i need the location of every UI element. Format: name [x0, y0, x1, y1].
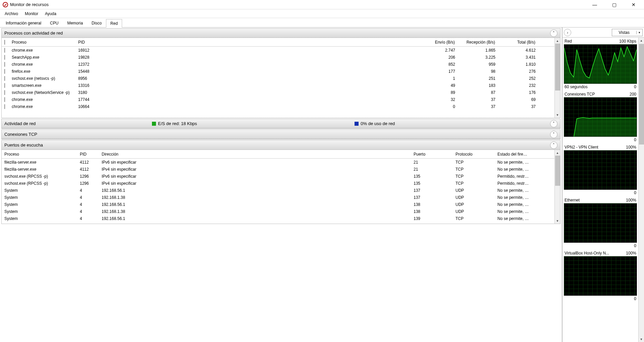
- section-header-puertos[interactable]: Puertos de escucha ˄: [2, 140, 560, 150]
- row-checkbox[interactable]: [4, 90, 5, 95]
- col-envio[interactable]: Envío (B/s): [418, 40, 458, 45]
- row-checkbox[interactable]: [4, 69, 5, 74]
- section-title: Procesos con actividad de red: [4, 31, 115, 36]
- col-puerto[interactable]: Puerto: [411, 152, 453, 157]
- rightpane-scrollbar[interactable]: ▲ ▼: [638, 38, 644, 342]
- scroll-down-icon[interactable]: ▼: [555, 218, 560, 224]
- table-row[interactable]: filezilla-server.exe4112IPv4 sin especif…: [2, 166, 554, 173]
- table-row[interactable]: chrome.exe1066403737: [2, 103, 554, 110]
- collapse-icon[interactable]: ˄: [550, 141, 557, 149]
- scroll-thumb[interactable]: [555, 156, 560, 186]
- table-row[interactable]: chrome.exe169122.7471.8654.612: [2, 47, 554, 54]
- section-header-procesos[interactable]: Procesos con actividad de red ˄: [2, 28, 560, 38]
- scroll-down-icon[interactable]: ▼: [639, 336, 644, 342]
- cell-direccion: 192.168.56.1: [99, 216, 411, 221]
- chart-min: 0: [634, 84, 636, 89]
- col-pid[interactable]: PID: [75, 40, 418, 45]
- menu-ayuda[interactable]: Ayuda: [42, 10, 60, 17]
- scroll-up-icon[interactable]: ▲: [555, 38, 560, 44]
- scroll-thumb[interactable]: [639, 44, 644, 145]
- left-pane: Procesos con actividad de red ˄ Proceso …: [0, 27, 562, 342]
- row-checkbox[interactable]: [4, 55, 5, 60]
- cell-proceso: SearchApp.exe: [9, 55, 75, 60]
- cell-firewall: No se permite, n...: [495, 160, 532, 165]
- table-row[interactable]: System4192.168.56.1137UDPNo se permite, …: [2, 187, 554, 194]
- table-row[interactable]: svchost.exe (RPCSS -p)1296IPv6 sin espec…: [2, 173, 554, 180]
- chart-xlabel: 60 segundos: [565, 84, 588, 89]
- col-total[interactable]: Total (B/s): [498, 40, 538, 45]
- cell-proceso: System: [2, 209, 77, 214]
- table-row[interactable]: svchost.exe (NetworkService -p)318089871…: [2, 89, 554, 96]
- tab-información-general[interactable]: Información general: [1, 19, 46, 27]
- scroll-thumb[interactable]: [555, 44, 560, 91]
- row-checkbox[interactable]: [4, 104, 5, 109]
- section-header-tcp[interactable]: Conexiones TCP ˅: [2, 130, 560, 139]
- table-row[interactable]: chrome.exe123728529591.810: [2, 61, 554, 68]
- scrollbar[interactable]: ▲ ▼: [554, 150, 560, 224]
- table-header[interactable]: Proceso PID Dirección Puerto Protocolo E…: [2, 150, 560, 159]
- collapse-rightpane-icon[interactable]: ›: [564, 29, 571, 36]
- table-row[interactable]: chrome.exe17744323769: [2, 96, 554, 103]
- minimize-button[interactable]: —: [585, 0, 604, 9]
- menu-monitor[interactable]: Monitor: [21, 10, 42, 17]
- cell-pid: 1296: [77, 174, 99, 179]
- row-checkbox[interactable]: [4, 97, 5, 102]
- table-row[interactable]: System4192.168.1.38137UDPNo se permite, …: [2, 194, 554, 201]
- cell-envio: 32: [418, 97, 458, 102]
- col-direccion[interactable]: Dirección: [99, 152, 411, 157]
- select-all-checkbox[interactable]: [4, 40, 5, 45]
- expand-icon[interactable]: ˅: [550, 120, 557, 127]
- table-row[interactable]: svchost.exe (netsvcs -p)89561251252: [2, 75, 554, 82]
- scroll-up-icon[interactable]: ▲: [639, 38, 644, 43]
- right-pane: › Vistas ▾ Red100 Kbps60 segundos0Conexi…: [562, 27, 644, 342]
- section-header-actividad[interactable]: Actividad de red E/S de red: 18 Kbps 0% …: [2, 119, 560, 128]
- cell-pid: 4: [77, 202, 99, 207]
- tab-red[interactable]: Red: [106, 19, 122, 27]
- chart-title: Conexiones TCP: [565, 92, 595, 97]
- views-button[interactable]: Vistas ▾: [612, 29, 643, 36]
- table-header[interactable]: Proceso PID Envío (B/s) Recepción (B/s) …: [2, 38, 560, 47]
- collapse-icon[interactable]: ˄: [550, 30, 557, 37]
- tab-disco[interactable]: Disco: [87, 19, 106, 27]
- table-row[interactable]: firefox.exe1544817798276: [2, 68, 554, 75]
- table-row[interactable]: SearchApp.exe198282063.2253.431: [2, 54, 554, 61]
- row-checkbox[interactable]: [4, 76, 5, 81]
- tab-memoria[interactable]: Memoria: [63, 19, 87, 27]
- cell-pid: 4: [77, 209, 99, 214]
- chart-min: 0: [634, 190, 636, 195]
- scrollbar[interactable]: ▲ ▼: [554, 38, 560, 118]
- table-row[interactable]: smartscreen.exe1331649183232: [2, 82, 554, 89]
- dropdown-icon[interactable]: ▾: [636, 31, 642, 34]
- col-firewall[interactable]: Estado del firewall: [495, 152, 532, 157]
- close-button[interactable]: ✕: [624, 0, 643, 9]
- table-row[interactable]: filezilla-server.exe4112IPv6 sin especif…: [2, 159, 554, 166]
- cell-firewall: No se permite, n...: [495, 216, 532, 221]
- col-pid[interactable]: PID: [77, 152, 99, 157]
- col-recepcion[interactable]: Recepción (B/s): [458, 40, 498, 45]
- section-procesos: Procesos con actividad de red ˄ Proceso …: [1, 28, 560, 118]
- table-row[interactable]: System4192.168.56.1138UDPNo se permite, …: [2, 201, 554, 208]
- cell-proceso: svchost.exe (RPCSS -p): [2, 174, 77, 179]
- cell-puerto: 138: [411, 202, 453, 207]
- table-row[interactable]: svchost.exe (RPCSS -p)1296IPv4 sin espec…: [2, 180, 554, 187]
- menu-archivo[interactable]: Archivo: [1, 10, 21, 17]
- maximize-button[interactable]: ▢: [604, 0, 624, 9]
- tab-cpu[interactable]: CPU: [46, 19, 63, 27]
- chart-max: 100%: [626, 251, 636, 255]
- table-row[interactable]: System4192.168.56.1139TCPNo se permite, …: [2, 215, 554, 222]
- expand-icon[interactable]: ˅: [550, 131, 557, 138]
- col-proceso[interactable]: Proceso: [2, 152, 77, 157]
- chart-virtualbox-host-only-n-: VirtualBox Host-Only N...100%0: [564, 250, 637, 302]
- col-protocolo[interactable]: Protocolo: [453, 152, 495, 157]
- section-puertos: Puertos de escucha ˄ Proceso PID Direcci…: [1, 140, 560, 224]
- row-checkbox[interactable]: [4, 62, 5, 67]
- row-checkbox[interactable]: [4, 48, 5, 53]
- col-proceso[interactable]: Proceso: [9, 40, 75, 45]
- row-checkbox[interactable]: [4, 83, 5, 88]
- cell-pid: 16912: [75, 48, 418, 53]
- cell-proceso: System: [2, 202, 77, 207]
- scroll-down-icon[interactable]: ▼: [555, 112, 560, 118]
- scroll-up-icon[interactable]: ▲: [555, 150, 560, 156]
- cell-envio: 177: [418, 69, 458, 74]
- table-row[interactable]: System4192.168.1.38138UDPNo se permite, …: [2, 208, 554, 215]
